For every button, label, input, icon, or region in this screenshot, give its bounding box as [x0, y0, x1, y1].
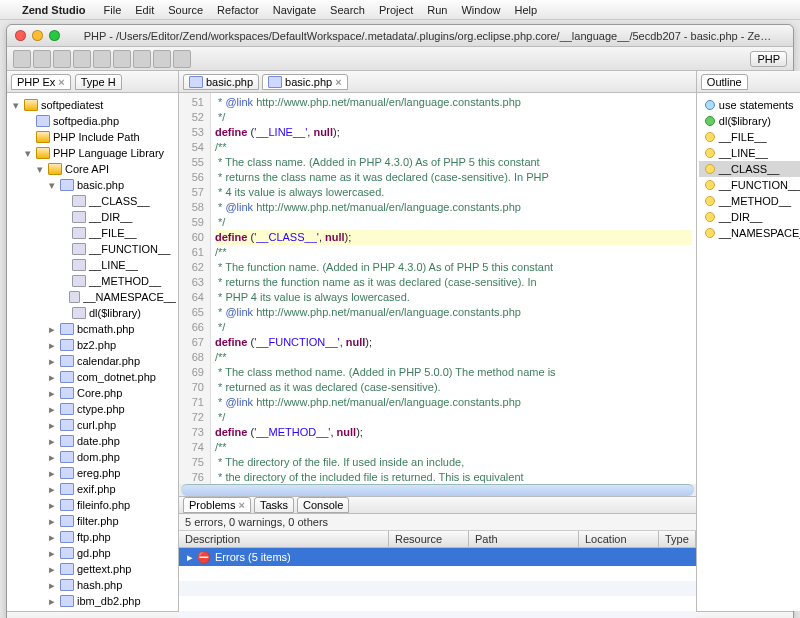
tree-node[interactable]: ▾softpediatest: [7, 97, 178, 113]
tab-outline[interactable]: Outline: [701, 74, 748, 90]
menu-edit[interactable]: Edit: [135, 4, 154, 16]
tree-node[interactable]: dl($library): [7, 305, 178, 321]
twisty-icon[interactable]: ▸: [47, 355, 57, 368]
twisty-icon[interactable]: ▾: [23, 147, 33, 160]
tree-node[interactable]: __CLASS__: [7, 193, 178, 209]
tree-node[interactable]: ▸ibm_db2.php: [7, 593, 178, 609]
tree-node[interactable]: ▸Core.php: [7, 385, 178, 401]
profile-icon[interactable]: [113, 50, 131, 68]
tree-node[interactable]: ▸exif.php: [7, 481, 178, 497]
twisty-icon[interactable]: ▸: [47, 515, 57, 528]
search-icon[interactable]: [133, 50, 151, 68]
twisty-icon[interactable]: ▾: [47, 179, 57, 192]
twisty-icon[interactable]: ▸: [47, 323, 57, 336]
twisty-icon[interactable]: ▸: [47, 483, 57, 496]
tree-node[interactable]: ▸iconv.php: [7, 609, 178, 611]
twisty-icon[interactable]: ▸: [47, 387, 57, 400]
save-icon[interactable]: [33, 50, 51, 68]
editor-tab[interactable]: basic.php: [183, 74, 259, 90]
menu-search[interactable]: Search: [330, 4, 365, 16]
menu-source[interactable]: Source: [168, 4, 203, 16]
new-icon[interactable]: [13, 50, 31, 68]
editor-tab-active[interactable]: basic.php ×: [262, 74, 348, 90]
twisty-icon[interactable]: ▸: [47, 339, 57, 352]
app-name[interactable]: Zend Studio: [22, 4, 86, 16]
twisty-icon[interactable]: ▾: [11, 99, 21, 112]
twisty-icon[interactable]: ▸: [47, 563, 57, 576]
twisty-icon[interactable]: ▸: [47, 531, 57, 544]
tree-node[interactable]: ▸ftp.php: [7, 529, 178, 545]
menu-help[interactable]: Help: [515, 4, 538, 16]
titlebar[interactable]: PHP - /Users/Editor/Zend/workspaces/Defa…: [7, 25, 793, 47]
twisty-icon[interactable]: ▸: [47, 403, 57, 416]
tree-node[interactable]: PHP Include Path: [7, 129, 178, 145]
menu-run[interactable]: Run: [427, 4, 447, 16]
outline-item[interactable]: dl($library): [699, 113, 800, 129]
code-content[interactable]: * @link http://www.php.net/manual/en/lan…: [211, 93, 696, 484]
tree-node[interactable]: ▸fileinfo.php: [7, 497, 178, 513]
tree-node[interactable]: ▸bcmath.php: [7, 321, 178, 337]
tree-node[interactable]: ▸com_dotnet.php: [7, 369, 178, 385]
close-icon[interactable]: ×: [335, 76, 341, 88]
tree-node[interactable]: ▾basic.php: [7, 177, 178, 193]
twisty-icon[interactable]: ▸: [47, 371, 57, 384]
problems-row-errors[interactable]: ▸ ⛔ Errors (5 items): [179, 548, 696, 566]
menu-refactor[interactable]: Refactor: [217, 4, 259, 16]
tree-node[interactable]: __METHOD__: [7, 273, 178, 289]
tab-type-hierarchy[interactable]: Type H: [75, 74, 122, 90]
outline-item[interactable]: use statements: [699, 97, 800, 113]
menu-navigate[interactable]: Navigate: [273, 4, 316, 16]
tab-php-explorer[interactable]: PHP Ex ×: [11, 74, 71, 90]
tree-node[interactable]: __DIR__: [7, 209, 178, 225]
menu-project[interactable]: Project: [379, 4, 413, 16]
code-editor[interactable]: 5152535455565758596061626364656667686970…: [179, 93, 696, 484]
tree-node[interactable]: ▸hash.php: [7, 577, 178, 593]
project-tree[interactable]: ▾softpediatestsoftpedia.phpPHP Include P…: [7, 93, 178, 611]
menu-file[interactable]: File: [104, 4, 122, 16]
nav-fwd-icon[interactable]: [173, 50, 191, 68]
print-icon[interactable]: [53, 50, 71, 68]
twisty-icon[interactable]: ▸: [47, 595, 57, 608]
nav-back-icon[interactable]: [153, 50, 171, 68]
tree-node[interactable]: ▸date.php: [7, 433, 178, 449]
twisty-icon[interactable]: ▸: [47, 419, 57, 432]
twisty-icon[interactable]: ▸: [47, 435, 57, 448]
outline-item[interactable]: __CLASS__: [699, 161, 800, 177]
problems-header[interactable]: Description Resource Path Location Type: [179, 530, 696, 548]
tree-node[interactable]: ▸dom.php: [7, 449, 178, 465]
twisty-icon[interactable]: ▸: [47, 499, 57, 512]
outline-item[interactable]: __DIR__: [699, 209, 800, 225]
run-icon[interactable]: [93, 50, 111, 68]
tree-node[interactable]: __FUNCTION__: [7, 241, 178, 257]
twisty-icon[interactable]: ▸: [47, 467, 57, 480]
tab-problems[interactable]: Problems×: [183, 497, 251, 513]
close-icon[interactable]: ×: [58, 76, 64, 88]
outline-item[interactable]: __LINE__: [699, 145, 800, 161]
minimize-icon[interactable]: [32, 30, 43, 41]
tree-node[interactable]: ▸gettext.php: [7, 561, 178, 577]
outline-tree[interactable]: use statementsdl($library)__FILE____LINE…: [697, 93, 800, 611]
tree-node[interactable]: __FILE__: [7, 225, 178, 241]
zoom-icon[interactable]: [49, 30, 60, 41]
tree-node[interactable]: ▸ereg.php: [7, 465, 178, 481]
tree-node[interactable]: ▸gd.php: [7, 545, 178, 561]
tree-node[interactable]: __LINE__: [7, 257, 178, 273]
tree-node[interactable]: ▸calendar.php: [7, 353, 178, 369]
tree-node[interactable]: ▾Core API: [7, 161, 178, 177]
twisty-icon[interactable]: ▸: [47, 547, 57, 560]
tree-node[interactable]: ▸ctype.php: [7, 401, 178, 417]
close-icon[interactable]: [15, 30, 26, 41]
outline-item[interactable]: __FUNCTION__: [699, 177, 800, 193]
tree-node[interactable]: ▸bz2.php: [7, 337, 178, 353]
tree-node[interactable]: ▸filter.php: [7, 513, 178, 529]
tab-console[interactable]: Console: [297, 497, 349, 513]
twisty-icon[interactable]: ▸: [47, 451, 57, 464]
perspective-switcher[interactable]: PHP: [750, 51, 787, 67]
outline-item[interactable]: __NAMESPACE__: [699, 225, 800, 241]
debug-icon[interactable]: [73, 50, 91, 68]
twisty-icon[interactable]: ▸: [47, 611, 57, 612]
horizontal-scrollbar[interactable]: [181, 484, 694, 496]
tree-node[interactable]: __NAMESPACE__: [7, 289, 178, 305]
outline-item[interactable]: __METHOD__: [699, 193, 800, 209]
outline-item[interactable]: __FILE__: [699, 129, 800, 145]
